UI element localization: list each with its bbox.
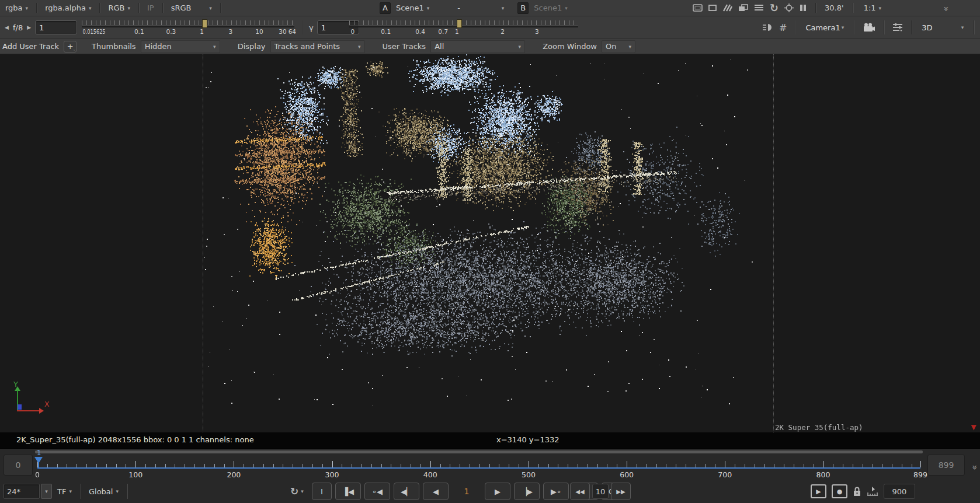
film-camera-icon[interactable] [863, 23, 875, 32]
play-backward-button[interactable]: ◀ [423, 483, 449, 500]
user-tracks-dropdown[interactable]: All ▾ [430, 40, 525, 53]
menu-lines-icon[interactable] [754, 4, 764, 12]
frame-tick [244, 464, 244, 467]
float-window-icon[interactable] [738, 4, 748, 12]
zoom-window-dropdown[interactable]: On ▾ [602, 40, 635, 53]
proxy-stripes-icon[interactable] [722, 4, 732, 12]
add-user-track-button[interactable]: + ◦ [64, 41, 77, 53]
gamma-slider-ticks [349, 20, 578, 25]
frame-tick [706, 464, 706, 467]
next-keyframe-button[interactable]: ▶∘ [543, 483, 569, 500]
gain-slider-ticks [82, 20, 294, 25]
flipbook-controls: ▶ ● 900 [811, 480, 915, 503]
record-icon[interactable]: ● [832, 484, 847, 498]
thumbnails-dropdown[interactable]: Hidden ▾ [141, 40, 220, 53]
current-frame-field[interactable]: 1 [452, 483, 481, 499]
frame-tick [617, 464, 617, 467]
divider [974, 20, 974, 35]
display-mode-dropdown[interactable]: RGB ▾ [106, 4, 132, 12]
gamma-slider[interactable]: 00.10.40.7123 [349, 18, 578, 37]
frame-tick [440, 464, 441, 467]
frame-tick-label: 100 [128, 470, 143, 479]
fps-readout[interactable]: 30.8' [825, 4, 844, 12]
camera-select-value: Camera1 [805, 23, 840, 32]
grid-icon[interactable]: # [779, 22, 787, 33]
frame-tick [696, 464, 696, 467]
aperture-down-icon[interactable]: ◀ [5, 25, 9, 30]
aperture-up-icon[interactable]: ▶ [27, 25, 31, 30]
fps-dropdown[interactable]: 24* ▾ [4, 484, 52, 499]
playback-end-field[interactable]: 900 [884, 484, 915, 499]
pointer-coords-text: x=3140 y=1332 [496, 435, 559, 444]
playhead-marker[interactable] [34, 457, 43, 463]
frame-tick [764, 464, 765, 467]
set-in-button[interactable]: I [312, 483, 332, 500]
divider [302, 20, 303, 35]
frame-tick [843, 464, 843, 467]
frame-tick-major [920, 461, 921, 467]
gain-input[interactable]: 1 [35, 20, 77, 34]
b-buffer-badge: B [517, 2, 529, 14]
collapse-toolbar-icon[interactable]: » [941, 6, 951, 10]
chevron-down-icon: ▾ [45, 488, 48, 494]
frame-tick [479, 464, 480, 467]
prev-keyframe-button[interactable]: ∘◀ [364, 483, 390, 500]
viewer-3d-viewport[interactable]: Y X 2K Super 35(full-ap) ▼ [0, 54, 980, 432]
camera-select-dropdown[interactable]: Camera1 ▾ [804, 23, 846, 32]
step-forward-button[interactable]: ▶▶ [611, 483, 631, 500]
alpha-channel-dropdown[interactable]: rgba.alpha ▾ [43, 4, 93, 12]
gain-slider[interactable]: 0.0156250.10.313103064 [82, 18, 294, 37]
a-buffer-dropdown[interactable]: Scene1 ▾ [394, 4, 431, 12]
goto-start-button[interactable]: ▐◀ [335, 483, 361, 500]
thumbnails-label: Thumbnails [92, 42, 136, 51]
fps-value[interactable]: 24* [4, 484, 40, 499]
flipbook-play-icon[interactable]: ▶ [811, 484, 826, 498]
point-cloud-canvas[interactable] [0, 54, 980, 432]
prev-frame-button[interactable]: ◀▏ [394, 483, 419, 500]
zoom-level-dropdown[interactable]: 1:1 ▾ [862, 4, 883, 12]
frame-tick [735, 464, 735, 467]
wipe-mode-dropdown[interactable]: - ▾ [456, 4, 506, 12]
sync-viewers-icon[interactable]: ↻ [770, 2, 779, 14]
step-size-field[interactable]: 10 [592, 484, 609, 499]
axis-z-handle [18, 404, 22, 410]
play-forward-button[interactable]: ▶ [485, 483, 510, 500]
roi-crosshair-icon[interactable] [784, 4, 794, 12]
ruler-baseline [37, 467, 920, 469]
range-mode-dropdown[interactable]: Global ▾ [87, 487, 120, 496]
frame-tick [578, 464, 578, 467]
fps-caret-button[interactable]: ▾ [41, 484, 52, 499]
gain-slider-handle[interactable] [202, 19, 207, 28]
monitor-output-icon[interactable] [693, 4, 703, 12]
thumbnails-value: Hidden [145, 42, 172, 51]
pause-updates-icon[interactable] [800, 4, 807, 12]
timeline-section: 0 01002003004005006007008008991 899 » [0, 448, 980, 480]
display-dropdown[interactable]: Tracks and Points ▾ [270, 40, 365, 53]
next-frame-button[interactable]: ▕▶ [514, 483, 540, 500]
range-start-field[interactable]: 0 [4, 455, 33, 476]
frame-display-icon[interactable] [708, 5, 717, 11]
input-process-toggle[interactable]: IP [145, 4, 156, 12]
frame-mode-dropdown[interactable]: TF ▾ [55, 487, 74, 496]
loop-mode-icon[interactable]: ↻ [290, 485, 298, 497]
frame-tick [185, 464, 185, 467]
frame-tick [96, 464, 97, 467]
playhead-range-icon[interactable] [867, 486, 878, 497]
divider [815, 3, 816, 13]
collapse-timeline-icon[interactable]: » [969, 464, 979, 469]
b-buffer-dropdown[interactable]: Scene1 ▾ [532, 4, 569, 12]
channel-set-dropdown[interactable]: rgba ▾ [4, 4, 30, 12]
gamma-label: γ [309, 23, 314, 32]
headlight-icon[interactable] [762, 23, 774, 32]
gain-slider-track [82, 26, 294, 27]
view-mode-dropdown[interactable]: 3D ▾ [920, 23, 965, 32]
lock-range-icon[interactable] [853, 486, 861, 497]
channel-sliders-icon[interactable] [892, 23, 903, 32]
frame-ruler[interactable]: 01002003004005006007008008991 [37, 452, 920, 479]
step-back-button[interactable]: ◀◀ [570, 483, 590, 500]
range-end-field[interactable]: 899 [927, 455, 965, 476]
gamma-slider-handle[interactable] [457, 19, 462, 28]
viewer-colorspace-dropdown[interactable]: sRGB ▾ [169, 4, 214, 12]
frame-tick [470, 464, 470, 467]
frame-tick [312, 464, 313, 467]
